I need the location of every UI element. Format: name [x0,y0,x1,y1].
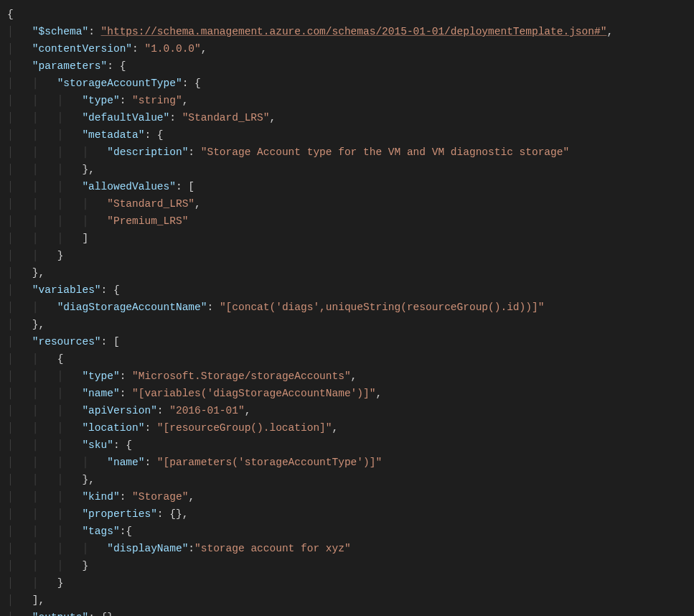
code-line: │ "contentVersion": "1.0.0.0", [7,40,687,57]
code-line: │ │ │ "kind": "Storage", [7,488,687,505]
code-line: │ │ │ "type": "string", [7,92,687,109]
code-line: │ │ { [7,350,687,368]
code-line: │ │ │ "apiVersion": "2016-01-01", [7,402,687,419]
code-line: │ │ │ "location": "[resourceGroup().loca… [7,419,687,437]
code-line: │ │ │ "defaultValue": "Standard_LRS", [7,109,687,126]
code-line: │ "outputs": {} [7,609,687,616]
code-line: │ │ │ "metadata": { [7,126,687,144]
code-line: │ ], [7,592,687,609]
code-line: │ │ │ "allowedValues": [ [7,178,687,195]
code-line: │ │ "diagStorageAccountName": "[concat('… [7,299,687,316]
code-line: │ │ │ "sku": { [7,437,687,454]
code-line: │ │ } [7,247,687,264]
code-line: │ │ │ │ "Premium_LRS" [7,213,687,230]
code-editor[interactable]: { │ "$schema": "https://schema.managemen… [7,6,687,616]
code-line: │ │ │ │ "name": "[parameters('storageAcc… [7,454,687,471]
code-line: │ "parameters": { [7,57,687,75]
code-line: │ │ │ "type": "Microsoft.Storage/storage… [7,368,687,385]
code-line: │ │ │ │ "description": "Storage Account … [7,144,687,161]
code-line: │ │ │ }, [7,161,687,178]
code-line: │ │ │ "tags":{ [7,523,687,540]
code-line: │ "$schema": "https://schema.management.… [7,23,687,40]
code-line: │ }, [7,316,687,333]
code-line: │ │ │ ] [7,230,687,247]
schema-url-link[interactable]: "https://schema.management.azure.com/sch… [101,26,607,37]
code-line: │ │ } [7,574,687,592]
code-line: │ │ │ "properties": {}, [7,505,687,523]
code-line: │ │ │ "name": "[variables('diagStorageAc… [7,385,687,402]
code-line: │ │ │ }, [7,471,687,488]
code-line: │ "variables": { [7,281,687,299]
code-line: │ │ │ │ "displayName":"storage account f… [7,540,687,557]
code-line: │ │ │ } [7,557,687,574]
code-line: │ │ "storageAccountType": { [7,75,687,92]
code-line: │ }, [7,264,687,281]
code-line: │ "resources": [ [7,333,687,350]
code-line: │ │ │ │ "Standard_LRS", [7,195,687,213]
code-line: { [7,6,687,23]
